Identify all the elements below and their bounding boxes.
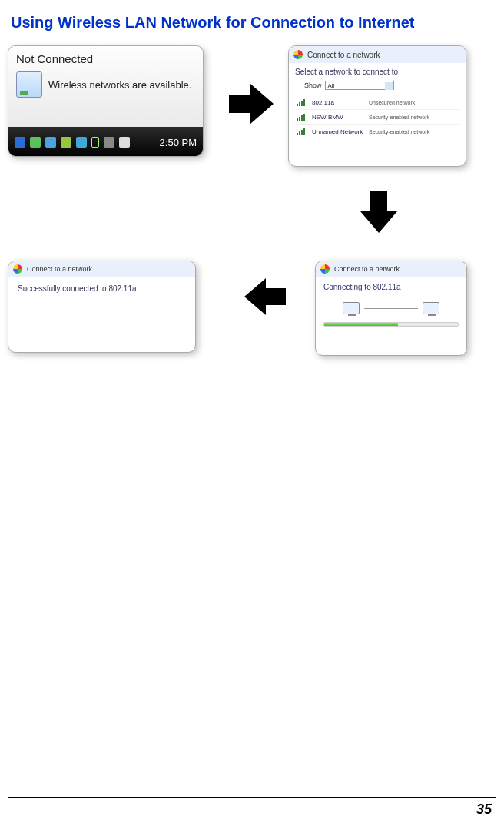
window-titlebar: Connect to a network	[316, 261, 466, 277]
panel-connected: Connect to a network Successfully connec…	[8, 261, 196, 353]
dialog-subtitle: Select a network to connect to	[295, 68, 459, 76]
network-type: Security-enabled network	[369, 115, 429, 120]
progress-bar	[323, 322, 459, 327]
network-type: Security-enabled network	[369, 129, 429, 135]
page-number: 35	[476, 802, 492, 818]
connection-line	[364, 308, 418, 309]
network-name: Unnamed Network	[312, 128, 364, 135]
bluetooth-icon	[15, 137, 25, 148]
clock-text: 2:50 PM	[160, 137, 197, 148]
tray-icon	[61, 137, 71, 148]
diagram-container: Not Connected Wireless networks are avai…	[8, 45, 484, 368]
signal-icon	[297, 98, 307, 106]
signal-icon	[297, 113, 307, 121]
panel-taskbar-popup: Not Connected Wireless networks are avai…	[8, 45, 204, 157]
page-title: Using Wireless LAN Network for Connectio…	[8, 14, 496, 32]
window-titlebar: Connect to a network	[8, 261, 195, 277]
window-title-text: Connect to a network	[307, 51, 380, 59]
network-icon	[30, 137, 41, 148]
window-titlebar: Connect to a network	[289, 46, 466, 63]
network-type: Unsecured network	[369, 100, 415, 105]
window-title-text: Connect to a network	[27, 265, 92, 273]
show-dropdown[interactable]: All	[325, 81, 394, 90]
computer-icon	[423, 302, 439, 314]
success-text: Successfully connected to 802.11a	[18, 284, 186, 293]
wifi-computer-icon	[16, 71, 42, 98]
taskbar: 2:50 PM	[8, 127, 203, 157]
signal-icon	[297, 128, 307, 135]
arrow-left-icon	[244, 278, 286, 315]
network-name: 802.11a	[312, 99, 364, 106]
status-text: Not Connected	[16, 52, 195, 65]
show-label: Show	[304, 81, 322, 89]
volume-icon	[119, 137, 130, 148]
network-row[interactable]: NEW BMW Security-enabled network	[295, 109, 459, 124]
network-name: NEW BMW	[312, 114, 364, 121]
windows-icon	[13, 264, 22, 274]
panel-select-network: Connect to a network Select a network to…	[288, 45, 466, 167]
tray-icon	[45, 137, 56, 148]
arrow-right-icon	[229, 84, 274, 124]
computer-icon	[343, 302, 360, 314]
window-title-text: Connect to a network	[334, 265, 400, 273]
connecting-text: Connecting to 802.11a	[323, 283, 459, 291]
battery-icon	[91, 137, 99, 148]
show-dropdown-value: All	[326, 82, 335, 89]
windows-icon	[320, 264, 330, 274]
network-row[interactable]: 802.11a Unsecured network	[295, 95, 459, 109]
tray-icon	[76, 137, 87, 148]
screen-icon	[104, 137, 114, 148]
network-row[interactable]: Unnamed Network Security-enabled network	[295, 124, 459, 138]
footer-divider	[8, 797, 496, 798]
panel-connecting: Connect to a network Connecting to 802.1…	[315, 261, 467, 356]
wifi-available-text: Wireless networks are available.	[48, 79, 191, 91]
progress-fill	[324, 323, 398, 326]
windows-icon	[293, 50, 303, 59]
arrow-down-icon	[360, 191, 397, 233]
